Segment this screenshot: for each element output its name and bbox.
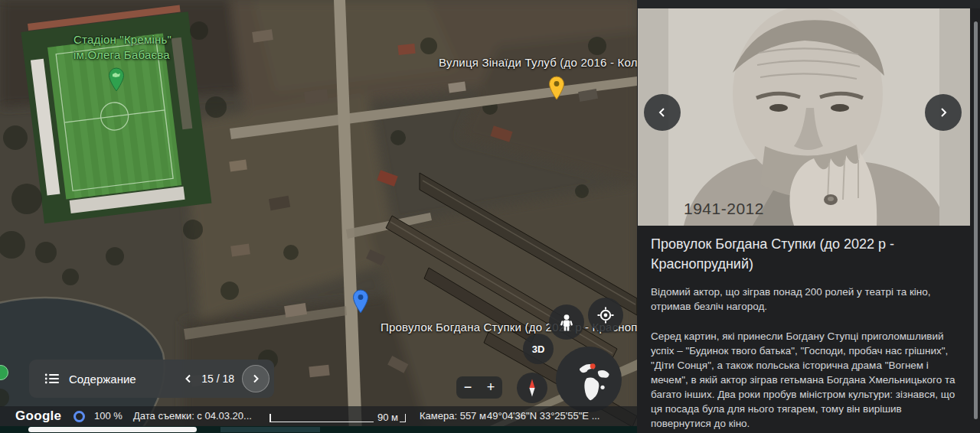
chevron-right-icon [250,373,261,384]
zoom-out-button[interactable]: − [456,376,479,399]
yellow-street-pin-icon[interactable] [547,76,567,100]
globe-overview-button[interactable] [556,347,622,412]
imagery-date: Дата съемки: с 04.03.20... [133,410,252,422]
photo-years-caption: 1941-2012 [684,200,764,218]
view-3d-button[interactable]: 3D [523,334,554,364]
my-location-icon [596,306,615,324]
toc-icon[interactable] [44,373,60,385]
pegman-button[interactable] [549,304,584,340]
zoom-level: 100 % [94,410,122,422]
contents-panel: Содержание 15 / 18 [29,360,274,398]
pegman-icon [557,313,576,331]
scale-line [270,422,374,423]
story-progress-buffer [220,427,320,432]
zoom-in-button[interactable]: + [479,376,502,399]
compass-button[interactable] [517,373,547,403]
next-page-button[interactable] [242,365,270,392]
story-progress-thumb[interactable] [28,427,197,432]
chevron-right-icon [937,106,949,119]
zoom-ring-icon [74,411,85,422]
description-paragraph-1: Відомий актор, що зіграв понад 200 ролей… [651,285,965,314]
stadium-label-line2: ім.Олега Бабаєва [74,47,172,63]
contents-label[interactable]: Содержание [69,373,136,386]
page-indicator: 15 / 18 [201,373,234,385]
blue-lane-pin-icon[interactable] [351,289,371,314]
compass-icon [521,377,543,399]
scale-line-end [400,422,406,423]
sidebar-top-strip [637,0,980,8]
prev-photo-button[interactable] [644,94,681,131]
next-photo-button[interactable] [925,94,962,131]
coordinates: 49°04'36"N 33°25'55"E ... [487,410,599,422]
green-stadium-pin-icon[interactable] [106,67,126,92]
portrait-photo [638,8,970,226]
description-paragraph-2: Серед картин, які принесли Богдану Ступц… [651,329,965,431]
zoom-control: − + [456,376,502,399]
stadium-label-line1: Стадіон "Кремінь" [74,32,172,47]
camera-altitude: Камера: 557 м [420,410,486,422]
photo-carousel[interactable]: 1941-2012 [638,8,970,226]
stadium-label: Стадіон "Кремінь" ім.Олега Бабаєва [74,32,172,63]
chevron-left-icon [656,106,668,119]
scale-label: 90 м [377,412,398,423]
info-sidebar: 1941-2012 Провулок Богдана Ступки (до 20… [637,0,980,433]
map-viewport[interactable]: Стадіон "Кремінь" ім.Олега Бабаєва Вулиц… [0,0,637,433]
previous-page-button[interactable] [183,373,194,384]
street-label-tulub: Вулиця Зінаїди Тулуб (до 2016 - Колл [439,56,637,69]
view-3d-label: 3D [532,343,545,355]
story-progress-track[interactable] [0,426,637,433]
chevron-left-icon [187,376,191,383]
google-earth-window: Стадіон "Кремінь" ім.Олега Бабаєва Вулиц… [0,0,980,433]
sidebar-scrollbar[interactable] [974,21,978,419]
globe-icon [560,347,617,412]
place-title: Провулок Богдана Ступки (до 2022 р - Кра… [651,234,951,274]
google-logo: Google [15,409,61,424]
my-location-button[interactable] [588,298,623,333]
scale-widget: 90 м [270,412,406,423]
